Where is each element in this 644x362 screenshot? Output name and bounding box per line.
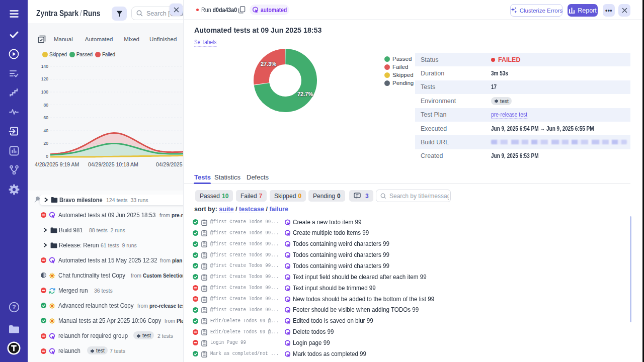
svg-text:?: ? (12, 304, 16, 311)
